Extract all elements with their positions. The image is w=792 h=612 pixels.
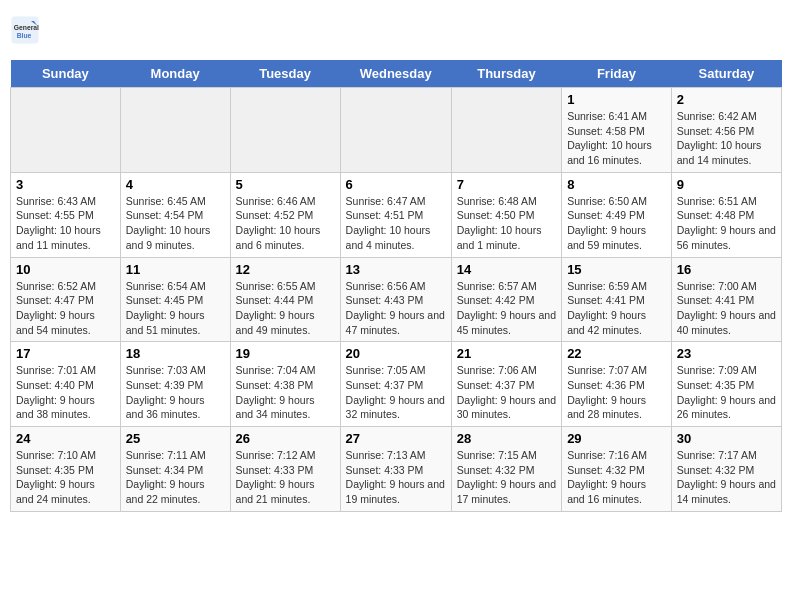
day-number: 21 xyxy=(457,346,556,361)
day-info: Sunrise: 7:09 AM Sunset: 4:35 PM Dayligh… xyxy=(677,363,776,422)
col-header-friday: Friday xyxy=(562,60,672,88)
day-info: Sunrise: 6:50 AM Sunset: 4:49 PM Dayligh… xyxy=(567,194,666,253)
day-cell: 20Sunrise: 7:05 AM Sunset: 4:37 PM Dayli… xyxy=(340,342,451,427)
day-cell: 4Sunrise: 6:45 AM Sunset: 4:54 PM Daylig… xyxy=(120,172,230,257)
day-cell: 23Sunrise: 7:09 AM Sunset: 4:35 PM Dayli… xyxy=(671,342,781,427)
day-number: 4 xyxy=(126,177,225,192)
week-row-5: 24Sunrise: 7:10 AM Sunset: 4:35 PM Dayli… xyxy=(11,427,782,512)
day-cell: 1Sunrise: 6:41 AM Sunset: 4:58 PM Daylig… xyxy=(562,88,672,173)
day-number: 13 xyxy=(346,262,446,277)
day-number: 2 xyxy=(677,92,776,107)
day-number: 28 xyxy=(457,431,556,446)
day-number: 10 xyxy=(16,262,115,277)
day-cell: 16Sunrise: 7:00 AM Sunset: 4:41 PM Dayli… xyxy=(671,257,781,342)
day-info: Sunrise: 7:04 AM Sunset: 4:38 PM Dayligh… xyxy=(236,363,335,422)
day-number: 19 xyxy=(236,346,335,361)
day-cell: 10Sunrise: 6:52 AM Sunset: 4:47 PM Dayli… xyxy=(11,257,121,342)
day-cell: 15Sunrise: 6:59 AM Sunset: 4:41 PM Dayli… xyxy=(562,257,672,342)
day-info: Sunrise: 7:05 AM Sunset: 4:37 PM Dayligh… xyxy=(346,363,446,422)
day-info: Sunrise: 7:10 AM Sunset: 4:35 PM Dayligh… xyxy=(16,448,115,507)
day-cell: 29Sunrise: 7:16 AM Sunset: 4:32 PM Dayli… xyxy=(562,427,672,512)
calendar-body: 1Sunrise: 6:41 AM Sunset: 4:58 PM Daylig… xyxy=(11,88,782,512)
svg-text:General: General xyxy=(14,24,39,31)
day-info: Sunrise: 6:59 AM Sunset: 4:41 PM Dayligh… xyxy=(567,279,666,338)
day-cell: 8Sunrise: 6:50 AM Sunset: 4:49 PM Daylig… xyxy=(562,172,672,257)
day-info: Sunrise: 6:51 AM Sunset: 4:48 PM Dayligh… xyxy=(677,194,776,253)
day-number: 25 xyxy=(126,431,225,446)
day-info: Sunrise: 7:00 AM Sunset: 4:41 PM Dayligh… xyxy=(677,279,776,338)
week-row-1: 1Sunrise: 6:41 AM Sunset: 4:58 PM Daylig… xyxy=(11,88,782,173)
day-number: 3 xyxy=(16,177,115,192)
day-number: 5 xyxy=(236,177,335,192)
day-info: Sunrise: 7:03 AM Sunset: 4:39 PM Dayligh… xyxy=(126,363,225,422)
day-number: 17 xyxy=(16,346,115,361)
day-cell: 19Sunrise: 7:04 AM Sunset: 4:38 PM Dayli… xyxy=(230,342,340,427)
day-info: Sunrise: 6:47 AM Sunset: 4:51 PM Dayligh… xyxy=(346,194,446,253)
day-cell: 2Sunrise: 6:42 AM Sunset: 4:56 PM Daylig… xyxy=(671,88,781,173)
week-row-3: 10Sunrise: 6:52 AM Sunset: 4:47 PM Dayli… xyxy=(11,257,782,342)
day-cell: 22Sunrise: 7:07 AM Sunset: 4:36 PM Dayli… xyxy=(562,342,672,427)
day-info: Sunrise: 7:13 AM Sunset: 4:33 PM Dayligh… xyxy=(346,448,446,507)
logo-icon: General Blue xyxy=(10,15,40,45)
day-cell: 13Sunrise: 6:56 AM Sunset: 4:43 PM Dayli… xyxy=(340,257,451,342)
day-cell: 14Sunrise: 6:57 AM Sunset: 4:42 PM Dayli… xyxy=(451,257,561,342)
week-row-2: 3Sunrise: 6:43 AM Sunset: 4:55 PM Daylig… xyxy=(11,172,782,257)
day-cell: 28Sunrise: 7:15 AM Sunset: 4:32 PM Dayli… xyxy=(451,427,561,512)
day-cell: 21Sunrise: 7:06 AM Sunset: 4:37 PM Dayli… xyxy=(451,342,561,427)
day-number: 18 xyxy=(126,346,225,361)
day-cell: 6Sunrise: 6:47 AM Sunset: 4:51 PM Daylig… xyxy=(340,172,451,257)
day-info: Sunrise: 7:15 AM Sunset: 4:32 PM Dayligh… xyxy=(457,448,556,507)
week-row-4: 17Sunrise: 7:01 AM Sunset: 4:40 PM Dayli… xyxy=(11,342,782,427)
day-cell xyxy=(230,88,340,173)
day-number: 15 xyxy=(567,262,666,277)
day-number: 6 xyxy=(346,177,446,192)
day-cell: 30Sunrise: 7:17 AM Sunset: 4:32 PM Dayli… xyxy=(671,427,781,512)
day-info: Sunrise: 6:57 AM Sunset: 4:42 PM Dayligh… xyxy=(457,279,556,338)
day-info: Sunrise: 6:48 AM Sunset: 4:50 PM Dayligh… xyxy=(457,194,556,253)
day-info: Sunrise: 7:17 AM Sunset: 4:32 PM Dayligh… xyxy=(677,448,776,507)
day-info: Sunrise: 6:43 AM Sunset: 4:55 PM Dayligh… xyxy=(16,194,115,253)
day-cell: 25Sunrise: 7:11 AM Sunset: 4:34 PM Dayli… xyxy=(120,427,230,512)
day-cell xyxy=(11,88,121,173)
day-info: Sunrise: 6:46 AM Sunset: 4:52 PM Dayligh… xyxy=(236,194,335,253)
page-header: General Blue xyxy=(10,10,782,50)
day-cell: 27Sunrise: 7:13 AM Sunset: 4:33 PM Dayli… xyxy=(340,427,451,512)
day-cell xyxy=(340,88,451,173)
day-info: Sunrise: 6:41 AM Sunset: 4:58 PM Dayligh… xyxy=(567,109,666,168)
day-number: 14 xyxy=(457,262,556,277)
svg-text:Blue: Blue xyxy=(17,32,32,39)
day-cell xyxy=(120,88,230,173)
col-header-saturday: Saturday xyxy=(671,60,781,88)
day-number: 1 xyxy=(567,92,666,107)
day-cell: 12Sunrise: 6:55 AM Sunset: 4:44 PM Dayli… xyxy=(230,257,340,342)
day-cell: 17Sunrise: 7:01 AM Sunset: 4:40 PM Dayli… xyxy=(11,342,121,427)
day-cell: 18Sunrise: 7:03 AM Sunset: 4:39 PM Dayli… xyxy=(120,342,230,427)
col-header-tuesday: Tuesday xyxy=(230,60,340,88)
day-cell: 9Sunrise: 6:51 AM Sunset: 4:48 PM Daylig… xyxy=(671,172,781,257)
day-number: 23 xyxy=(677,346,776,361)
day-info: Sunrise: 7:07 AM Sunset: 4:36 PM Dayligh… xyxy=(567,363,666,422)
day-cell: 26Sunrise: 7:12 AM Sunset: 4:33 PM Dayli… xyxy=(230,427,340,512)
logo: General Blue xyxy=(10,15,44,45)
day-number: 9 xyxy=(677,177,776,192)
day-number: 11 xyxy=(126,262,225,277)
day-info: Sunrise: 6:45 AM Sunset: 4:54 PM Dayligh… xyxy=(126,194,225,253)
day-info: Sunrise: 6:55 AM Sunset: 4:44 PM Dayligh… xyxy=(236,279,335,338)
day-number: 8 xyxy=(567,177,666,192)
day-number: 16 xyxy=(677,262,776,277)
day-info: Sunrise: 7:16 AM Sunset: 4:32 PM Dayligh… xyxy=(567,448,666,507)
day-info: Sunrise: 6:56 AM Sunset: 4:43 PM Dayligh… xyxy=(346,279,446,338)
day-number: 20 xyxy=(346,346,446,361)
col-header-sunday: Sunday xyxy=(11,60,121,88)
day-info: Sunrise: 7:06 AM Sunset: 4:37 PM Dayligh… xyxy=(457,363,556,422)
day-info: Sunrise: 7:12 AM Sunset: 4:33 PM Dayligh… xyxy=(236,448,335,507)
day-cell: 11Sunrise: 6:54 AM Sunset: 4:45 PM Dayli… xyxy=(120,257,230,342)
day-number: 22 xyxy=(567,346,666,361)
day-number: 29 xyxy=(567,431,666,446)
day-number: 24 xyxy=(16,431,115,446)
day-info: Sunrise: 6:54 AM Sunset: 4:45 PM Dayligh… xyxy=(126,279,225,338)
day-cell: 5Sunrise: 6:46 AM Sunset: 4:52 PM Daylig… xyxy=(230,172,340,257)
day-info: Sunrise: 7:01 AM Sunset: 4:40 PM Dayligh… xyxy=(16,363,115,422)
col-header-wednesday: Wednesday xyxy=(340,60,451,88)
calendar-header-row: SundayMondayTuesdayWednesdayThursdayFrid… xyxy=(11,60,782,88)
